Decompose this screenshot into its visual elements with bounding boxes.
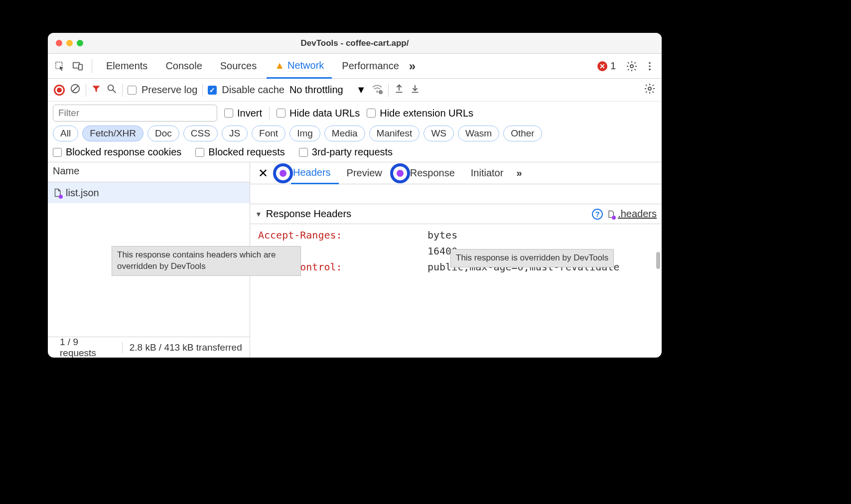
- type-pill-css[interactable]: CSS: [183, 126, 218, 141]
- download-har-icon[interactable]: [410, 83, 421, 97]
- svg-rect-2: [79, 64, 82, 70]
- type-pill-other[interactable]: Other: [503, 126, 542, 141]
- type-pill-font[interactable]: Font: [252, 126, 285, 141]
- maximize-window-button[interactable]: [77, 40, 83, 46]
- tab-performance[interactable]: Performance: [334, 54, 407, 79]
- svg-point-3: [630, 65, 633, 68]
- response-headers-title: Response Headers: [266, 208, 351, 220]
- tab-console-label: Console: [165, 60, 202, 72]
- status-transfer: 2.8 kB / 413 kB transferred: [122, 342, 245, 353]
- device-toolbar-icon[interactable]: [70, 58, 86, 74]
- network-settings-icon[interactable]: [644, 83, 656, 97]
- status-bar: 1 / 9 requests 2.8 kB / 413 kB transferr…: [48, 337, 250, 358]
- svg-point-4: [649, 62, 651, 64]
- type-pill-wasm[interactable]: Wasm: [458, 126, 499, 141]
- scrollbar-thumb[interactable]: [656, 252, 660, 269]
- kebab-menu-icon[interactable]: [642, 58, 658, 74]
- general-section[interactable]: [250, 184, 662, 204]
- name-column-header[interactable]: Name: [48, 162, 250, 182]
- settings-icon[interactable]: [624, 58, 640, 74]
- response-override-indicator: [390, 163, 410, 183]
- response-headers-section[interactable]: ▼ Response Headers ? .headers: [250, 204, 662, 224]
- blocked-cookies-checkbox[interactable]: [53, 148, 62, 157]
- preserve-log-checkbox[interactable]: [128, 86, 137, 95]
- headers-file-link[interactable]: .headers: [607, 208, 657, 220]
- hide-data-urls-label: Hide data URLs: [289, 108, 360, 119]
- type-pill-ws[interactable]: WS: [424, 126, 454, 141]
- tab-response-label: Response: [410, 167, 455, 179]
- tab-preview[interactable]: Preview: [339, 162, 390, 184]
- hide-extension-urls-checkbox[interactable]: [367, 109, 376, 118]
- extra-filters: Blocked response cookies Blocked request…: [48, 144, 662, 162]
- filter-icon[interactable]: [91, 84, 101, 96]
- type-pill-media[interactable]: Media: [324, 126, 365, 141]
- header-name: Accept-Ranges:: [258, 229, 427, 241]
- chevron-down-icon: ▼: [356, 84, 366, 96]
- tab-elements[interactable]: Elements: [98, 54, 155, 79]
- disable-cache-label: Disable cache: [222, 84, 284, 96]
- tab-response[interactable]: Response: [408, 162, 463, 184]
- type-pill-manifest[interactable]: Manifest: [369, 126, 420, 141]
- error-count[interactable]: ✕ 1: [597, 60, 616, 72]
- request-row[interactable]: list.json: [48, 182, 250, 203]
- type-pill-doc[interactable]: Doc: [147, 126, 179, 141]
- svg-point-9: [108, 85, 114, 91]
- more-detail-tabs[interactable]: »: [511, 167, 527, 179]
- filter-input[interactable]: [53, 105, 217, 122]
- close-window-button[interactable]: [56, 40, 62, 46]
- minimize-window-button[interactable]: [66, 40, 73, 46]
- error-count-label: 1: [610, 60, 616, 72]
- close-detail-button[interactable]: ✕: [253, 166, 273, 180]
- blocked-requests-checkbox[interactable]: [195, 148, 204, 157]
- network-conditions-icon[interactable]: [371, 83, 383, 97]
- disclosure-triangle-icon: ▼: [255, 210, 262, 218]
- hide-extension-urls-label: Hide extension URLs: [380, 108, 473, 119]
- type-pill-all[interactable]: All: [53, 126, 78, 141]
- disable-cache-checkbox[interactable]: [208, 86, 217, 95]
- tab-network-label: Network: [287, 60, 324, 71]
- window-title: DevTools - coffee-cart.app/: [48, 38, 662, 48]
- network-toolbar: Preserve log Disable cache No throttling…: [48, 79, 662, 102]
- svg-point-11: [376, 91, 378, 93]
- third-party-checkbox[interactable]: [299, 148, 308, 157]
- headers-override-indicator: [273, 163, 293, 183]
- throttling-select[interactable]: No throttling ▼: [289, 84, 366, 96]
- tab-sources[interactable]: Sources: [212, 54, 265, 79]
- tab-initiator-label: Initiator: [471, 167, 504, 179]
- throttling-label: No throttling: [289, 84, 343, 96]
- tab-initiator[interactable]: Initiator: [463, 162, 512, 184]
- headers-file-name: .headers: [618, 208, 657, 220]
- more-tabs-button[interactable]: »: [409, 59, 416, 73]
- blocked-cookies-label: Blocked response cookies: [66, 146, 181, 158]
- svg-point-5: [649, 65, 651, 67]
- type-pill-js[interactable]: JS: [222, 126, 248, 141]
- inspect-element-icon[interactable]: [52, 58, 68, 74]
- svg-line-10: [113, 90, 116, 93]
- svg-line-8: [73, 86, 78, 92]
- third-party-label: 3rd-party requests: [312, 146, 393, 158]
- tab-headers[interactable]: Headers: [291, 162, 339, 184]
- warning-icon: ▲: [275, 60, 284, 71]
- hide-data-urls-checkbox[interactable]: [277, 109, 285, 118]
- help-icon[interactable]: ?: [592, 209, 603, 220]
- request-name: list.json: [66, 187, 99, 199]
- tab-sources-label: Sources: [220, 60, 257, 72]
- type-pill-fetchxhr[interactable]: Fetch/XHR: [82, 126, 143, 141]
- tab-console[interactable]: Console: [157, 54, 210, 79]
- upload-har-icon[interactable]: [394, 83, 405, 97]
- file-icon: [53, 188, 62, 198]
- svg-point-6: [649, 68, 651, 70]
- filter-row: Invert Hide data URLs Hide extension URL…: [48, 102, 662, 124]
- record-button[interactable]: [54, 85, 65, 96]
- search-icon[interactable]: [106, 83, 117, 97]
- svg-point-15: [648, 87, 651, 90]
- clear-button[interactable]: [70, 83, 81, 97]
- headers-tooltip: This response contains headers which are…: [112, 246, 301, 276]
- blocked-requests-label: Blocked requests: [208, 146, 284, 158]
- type-pill-img[interactable]: Img: [289, 126, 320, 141]
- error-icon: ✕: [597, 61, 607, 71]
- invert-checkbox[interactable]: [224, 109, 233, 118]
- detail-tabs: ✕ Headers Preview Response Initiator »: [250, 162, 662, 184]
- tab-performance-label: Performance: [342, 60, 399, 72]
- tab-network[interactable]: ▲ Network: [267, 54, 332, 79]
